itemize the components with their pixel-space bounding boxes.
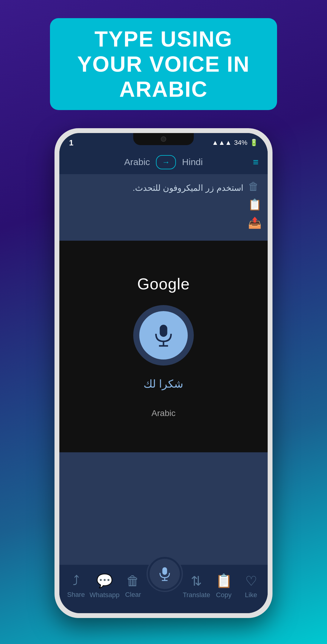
- battery-icon: 🔋: [250, 139, 258, 147]
- battery-indicator: 34%: [234, 139, 247, 147]
- clear-icon: 🗑: [126, 573, 140, 588]
- copy-label: Copy: [216, 591, 231, 599]
- menu-icon[interactable]: ≡: [253, 157, 259, 168]
- camera: [161, 136, 166, 142]
- nav-clear[interactable]: 🗑 Clear: [119, 573, 147, 599]
- whatsapp-icon: 💬: [96, 573, 113, 589]
- header-title: TYPE USING YOUR VOICE IN ARABIC: [68, 27, 259, 102]
- phone-notch: [133, 133, 194, 145]
- nav-copy[interactable]: 📋 Copy: [210, 573, 237, 599]
- translate-result-area: [59, 452, 268, 565]
- like-label: Like: [245, 591, 257, 599]
- nav-share[interactable]: ⤴ Share: [62, 573, 90, 599]
- svg-rect-0: [160, 325, 167, 337]
- google-brand-label: Google: [137, 275, 190, 293]
- arrow-icon: →: [162, 158, 170, 167]
- nav-mic-center[interactable]: [147, 556, 183, 592]
- nav-like[interactable]: ♡ Like: [237, 573, 265, 599]
- status-icons: ▲▲▲ 34% 🔋: [212, 139, 258, 147]
- language-selector[interactable]: Arabic → Hindi: [124, 155, 203, 169]
- text-action-icons: 🗑 📋 📤: [248, 180, 262, 229]
- translate-icon: ⇅: [191, 573, 202, 589]
- share-nav-label: Share: [67, 591, 85, 599]
- header-banner: TYPE USING YOUR VOICE IN ARABIC: [50, 18, 277, 110]
- input-text-area: استخدم زر الميكروفون للتحدث. 🗑 📋 📤: [59, 174, 268, 241]
- app-header: Arabic → Hindi ≡: [59, 150, 268, 174]
- nav-translate[interactable]: ⇅ Translate: [183, 573, 210, 599]
- status-time: 1: [69, 138, 73, 148]
- nav-whatsapp[interactable]: 💬 Whatsapp: [90, 573, 119, 599]
- target-language[interactable]: Hindi: [182, 157, 203, 167]
- like-icon: ♡: [245, 573, 257, 589]
- mic-button-inner[interactable]: [139, 311, 188, 359]
- delete-icon[interactable]: 🗑: [248, 180, 262, 193]
- phone-screen: 1 ▲▲▲ 34% 🔋 Arabic → Hindi ≡ استخدم زر ا…: [59, 133, 268, 613]
- signal-icon: ▲▲▲: [212, 139, 232, 147]
- mic-button-outer[interactable]: [133, 305, 194, 366]
- voice-result-text: شكرا لك: [144, 378, 183, 390]
- clear-label: Clear: [125, 591, 141, 599]
- voice-language-label: Arabic: [151, 408, 175, 418]
- share-icon[interactable]: 📤: [248, 216, 262, 229]
- source-language[interactable]: Arabic: [124, 157, 150, 167]
- share-nav-icon: ⤴: [73, 573, 79, 588]
- phone-frame: 1 ▲▲▲ 34% 🔋 Arabic → Hindi ≡ استخدم زر ا…: [54, 128, 272, 618]
- arabic-input-text[interactable]: استخدم زر الميكروفون للتحدث.: [67, 181, 243, 195]
- google-voice-panel: Google شكرا لك Arabic: [59, 241, 268, 452]
- center-mic-inner: [150, 559, 180, 589]
- whatsapp-label: Whatsapp: [90, 591, 120, 599]
- copy-icon[interactable]: 📋: [248, 198, 262, 211]
- mic-nav-icon: [157, 566, 172, 581]
- svg-rect-3: [162, 568, 167, 575]
- microphone-icon: [151, 323, 176, 347]
- bottom-navigation: ⤴ Share 💬 Whatsapp 🗑 Clear: [59, 565, 268, 613]
- copy-nav-icon: 📋: [216, 573, 232, 589]
- language-arrow-button[interactable]: →: [156, 155, 176, 169]
- center-mic-button[interactable]: [147, 556, 183, 592]
- translate-label: Translate: [183, 591, 210, 599]
